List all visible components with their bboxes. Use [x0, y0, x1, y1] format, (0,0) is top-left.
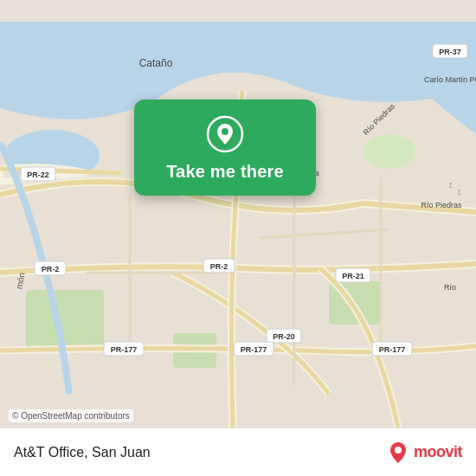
attribution: © OpenStreetMap contributors [9, 409, 133, 422]
svg-text:↕: ↕ [457, 186, 462, 196]
svg-text:PR-37: PR-37 [439, 48, 461, 56]
svg-text:PR-22: PR-22 [27, 170, 49, 179]
location-title: At&T Office, San Juan [14, 445, 151, 460]
svg-point-40 [395, 447, 402, 453]
svg-text:↕: ↕ [448, 179, 453, 190]
svg-text:PR-20: PR-20 [273, 332, 295, 341]
take-me-card[interactable]: Take me there [134, 100, 316, 196]
svg-text:Río: Río [444, 283, 456, 292]
location-pin-icon [206, 115, 244, 153]
svg-text:PR-2: PR-2 [210, 262, 228, 271]
bottom-bar: At&T Office, San Juan moovit [0, 428, 476, 476]
svg-text:PR-177: PR-177 [241, 345, 267, 354]
take-me-label: Take me there [166, 162, 284, 182]
svg-text:PR-177: PR-177 [111, 345, 138, 354]
moovit-logo: moovit [386, 441, 462, 465]
svg-text:Cataño: Cataño [139, 57, 173, 69]
map-container: PR-2 PR-20 PR-21 PR-177 PR-177 PR-177 PR… [0, 0, 476, 476]
svg-text:PR-2: PR-2 [42, 265, 60, 273]
svg-point-5 [363, 134, 415, 169]
svg-text:PR-177: PR-177 [379, 345, 406, 354]
svg-point-39 [222, 128, 228, 135]
svg-rect-2 [26, 290, 104, 351]
svg-text:Río Piedras: Río Piedras [421, 201, 462, 209]
moovit-text: moovit [414, 443, 462, 461]
map-svg: PR-2 PR-20 PR-21 PR-177 PR-177 PR-177 PR… [0, 0, 476, 476]
svg-text:PR-21: PR-21 [342, 272, 364, 280]
svg-text:Carío Martín Peña: Carío Martín Peña [424, 75, 476, 84]
moovit-pin-icon [386, 441, 410, 465]
